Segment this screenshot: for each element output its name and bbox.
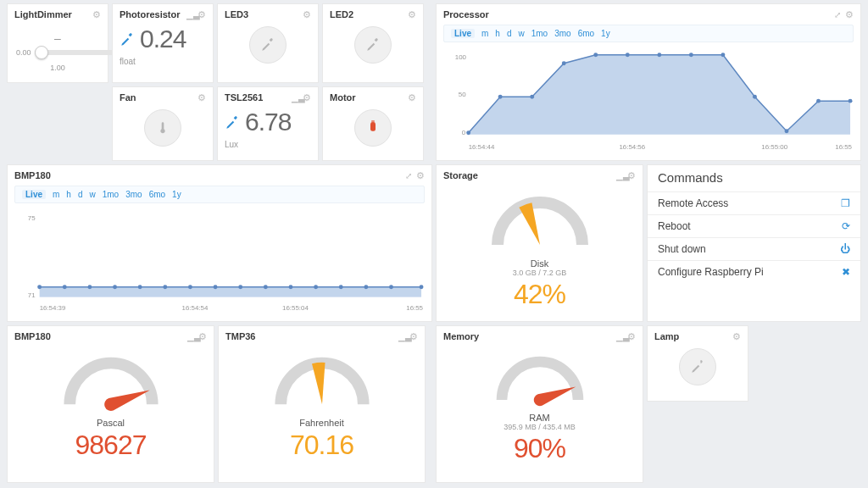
cmd-reboot[interactable]: Reboot ⟳ xyxy=(648,214,860,237)
svg-point-28 xyxy=(63,285,67,289)
svg-point-8 xyxy=(530,95,534,99)
gear-icon[interactable]: ⚙ xyxy=(408,93,416,102)
tab-1mo[interactable]: 1mo xyxy=(531,29,548,38)
tab-live[interactable]: Live xyxy=(451,29,475,38)
panel-actions: ⚙ xyxy=(92,10,101,19)
storage-gauge xyxy=(481,186,599,253)
led3-button[interactable] xyxy=(249,26,287,64)
chart-icon[interactable]: ▁▃ xyxy=(616,171,625,180)
tab-m[interactable]: m xyxy=(53,190,59,199)
window-icon: ❐ xyxy=(841,197,850,209)
dropper-icon xyxy=(260,37,275,53)
panel-title: Memory xyxy=(443,331,479,341)
cmd-label: Shut down xyxy=(658,243,706,255)
bmp180-gauge xyxy=(52,347,170,413)
cmd-configure[interactable]: Configure Raspberry Pi ✖ xyxy=(648,260,860,283)
gear-icon[interactable]: ⚙ xyxy=(303,10,311,19)
tab-3mo[interactable]: 3mo xyxy=(125,190,142,199)
tools-icon: ✖ xyxy=(842,266,850,278)
tmp36-gauge xyxy=(263,347,381,413)
lamp-button[interactable] xyxy=(679,348,716,385)
memory-label: RAM xyxy=(443,413,636,423)
gear-icon[interactable]: ⚙ xyxy=(198,93,206,102)
memory-sub: 395.9 MB / 435.4 MB xyxy=(443,423,636,431)
expand-icon[interactable]: ⤢ xyxy=(405,171,414,180)
motor-button[interactable] xyxy=(354,109,392,147)
tab-1y[interactable]: 1y xyxy=(172,190,181,199)
gear-icon[interactable]: ⚙ xyxy=(92,10,101,19)
panel-bmp180-gauge: BMP180 ▁▃⚙ Pascal 98627 xyxy=(7,325,214,483)
timescale-tabs: Live m h d w 1mo 3mo 6mo 1y xyxy=(443,25,854,42)
gear-icon[interactable]: ⚙ xyxy=(198,10,206,19)
gear-icon[interactable]: ⚙ xyxy=(409,332,418,341)
bmp180-label: Pascal xyxy=(14,418,207,428)
tab-w[interactable]: w xyxy=(89,190,95,199)
tab-6mo[interactable]: 6mo xyxy=(149,190,165,199)
svg-point-13 xyxy=(689,53,693,57)
expand-icon[interactable]: ⤢ xyxy=(834,10,843,19)
gear-icon[interactable]: ⚙ xyxy=(627,171,636,180)
tsl2561-unit: Lux xyxy=(225,140,311,149)
svg-point-39 xyxy=(339,285,343,289)
tab-6mo[interactable]: 6mo xyxy=(578,29,594,38)
tab-d[interactable]: d xyxy=(78,190,83,199)
svg-point-17 xyxy=(816,99,821,103)
gear-icon[interactable]: ⚙ xyxy=(408,10,416,19)
panel-fan: Fan ⚙ xyxy=(112,86,214,161)
svg-text:16:54:56: 16:54:56 xyxy=(619,143,645,151)
tab-w[interactable]: w xyxy=(518,29,524,38)
tab-1y[interactable]: 1y xyxy=(601,29,610,38)
gear-icon[interactable]: ⚙ xyxy=(198,332,207,341)
gear-icon[interactable]: ⚙ xyxy=(627,332,636,341)
tab-h[interactable]: h xyxy=(495,29,500,38)
gear-icon[interactable]: ⚙ xyxy=(303,93,311,102)
svg-point-12 xyxy=(657,53,661,57)
tab-1mo[interactable]: 1mo xyxy=(103,190,119,199)
chart-icon[interactable]: ▁▃ xyxy=(616,332,625,341)
storage-pct: 42% xyxy=(443,279,636,310)
cmd-remote-access[interactable]: Remote Access ❐ xyxy=(648,191,860,214)
panel-tmp36: TMP36 ▁▃⚙ Fahrenheit 70.16 xyxy=(218,325,426,483)
svg-point-10 xyxy=(593,53,598,57)
panel-title: BMP180 xyxy=(14,331,51,341)
svg-rect-1 xyxy=(372,120,373,123)
panel-processor: Processor ⤢⚙ Live m h d w 1mo 3mo 6mo 1y… xyxy=(436,3,861,161)
svg-text:16:54:39: 16:54:39 xyxy=(40,304,66,312)
plug-icon xyxy=(365,120,381,136)
chart-icon[interactable]: ▁▃ xyxy=(292,93,300,102)
slider-min-label: 0.00 xyxy=(16,48,31,57)
svg-point-15 xyxy=(753,95,757,99)
chart-icon[interactable]: ▁▃ xyxy=(187,332,196,341)
tab-m[interactable]: m xyxy=(481,29,488,38)
svg-text:16:54:44: 16:54:44 xyxy=(469,143,495,151)
cmd-shutdown[interactable]: Shut down ⏻ xyxy=(648,237,860,260)
slider-value-display: – xyxy=(16,31,99,45)
chart-icon[interactable]: ▁▃ xyxy=(186,10,195,19)
tab-live[interactable]: Live xyxy=(22,190,46,199)
panel-title: Processor xyxy=(443,9,489,19)
cmd-label: Remote Access xyxy=(658,197,728,209)
chart-icon[interactable]: ▁▃ xyxy=(398,332,407,341)
tab-d[interactable]: d xyxy=(507,29,512,38)
gear-icon[interactable]: ⚙ xyxy=(732,332,741,341)
gear-icon[interactable]: ⚙ xyxy=(416,171,425,180)
fan-button[interactable] xyxy=(144,109,181,147)
svg-point-33 xyxy=(188,285,192,289)
thermometer-icon xyxy=(156,121,170,135)
tab-h[interactable]: h xyxy=(66,190,71,199)
storage-sub: 3.0 GB / 7.2 GB xyxy=(443,269,636,277)
tab-3mo[interactable]: 3mo xyxy=(554,29,570,38)
panel-led3: LED3 ⚙ xyxy=(217,3,319,83)
panel-title: Fan xyxy=(120,92,136,103)
bmp180-chart: 75 71 16:54:39 16:54:54 16:55:04 16:55 xyxy=(14,203,425,312)
gear-icon[interactable]: ⚙ xyxy=(845,10,854,19)
panel-lamp: Lamp ⚙ xyxy=(647,325,748,402)
cmd-label: Reboot xyxy=(658,220,691,232)
photoresistor-value: 0.24 xyxy=(140,25,186,53)
led2-button[interactable] xyxy=(354,26,392,64)
svg-text:71: 71 xyxy=(28,291,36,299)
svg-text:16:55: 16:55 xyxy=(406,304,423,312)
svg-text:16:55: 16:55 xyxy=(835,143,852,151)
svg-text:50: 50 xyxy=(459,91,466,98)
svg-text:16:54:54: 16:54:54 xyxy=(182,304,209,312)
